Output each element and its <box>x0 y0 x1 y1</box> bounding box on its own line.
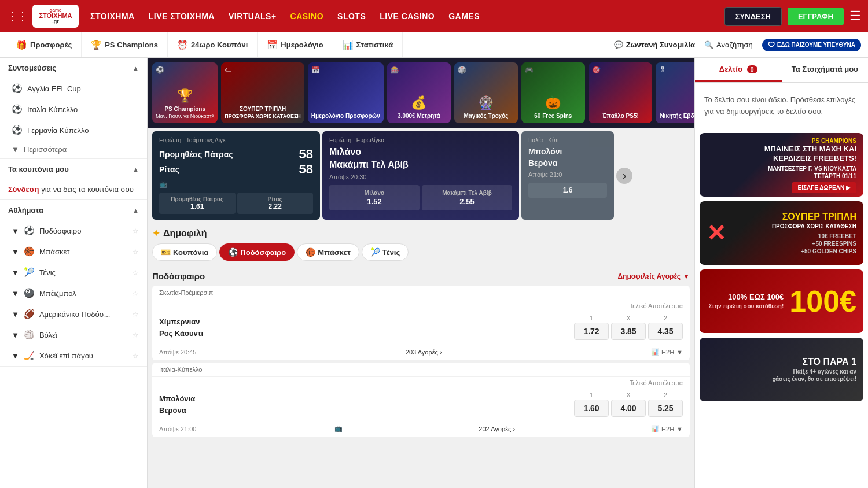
odd-label-xb: Χ <box>611 392 646 398</box>
more-shortcuts[interactable]: ▼ Περισσότερα <box>0 141 147 158</box>
live-chat-label: Ζωντανή Συνομιλία <box>626 40 695 49</box>
card-icon: 💰 <box>411 95 426 110</box>
sport-football-label: Ποδόσφαιρο <box>39 227 82 235</box>
nav-stoixima[interactable]: ΣΤΟΙΧΗΜΑ <box>90 12 135 21</box>
euro-odd-2[interactable]: Μακάμπι Τελ Αβίβ 2.55 <box>422 185 512 210</box>
nav-virtuals[interactable]: VIRTUALS+ <box>229 12 277 21</box>
site-logo[interactable]: game ΣΤΟΙΧΗΜΑ .gr <box>32 5 79 28</box>
coupon-signin-link[interactable]: Σύνδεση <box>8 185 39 194</box>
chevron-down-icon: ▼ <box>676 349 683 356</box>
h2h-btn-0[interactable]: 📊 H2H ▼ <box>651 348 683 356</box>
nav-casino[interactable]: CASINO <box>290 12 323 21</box>
chevron-down-icon: ▼ <box>12 331 19 339</box>
odd-btn-2[interactable]: Ρίτας 2.22 <box>237 193 314 214</box>
star-icon[interactable]: ☆ <box>132 247 139 256</box>
enter-button[interactable]: ΕΙΣΑΓΕ ΔΩΡΕΑΝ ▶ <box>792 182 856 193</box>
nav-ps-champions-label: PS Champions <box>105 40 158 49</box>
banner-subtitle: PS CHAMPIONS <box>764 137 856 145</box>
banner-title: ΜΠΑΙΝΕΙΣ ΣΤΗ ΜΑΧΗ ΚΑΙΚΕΡΔΙΖΕΙΣ FREEBETS! <box>764 145 856 162</box>
search-button[interactable]: 🔍 Αναζήτηση <box>704 40 753 49</box>
nav-statistics[interactable]: 📊 Στατιστικά <box>333 32 403 57</box>
odd-btn-1[interactable]: 1.6 <box>528 183 607 198</box>
promo-card-ps-champions[interactable]: ⚽ 🏆 PS ChampionsΜαν. Γιουν. vs Νιούκαστλ <box>152 62 218 123</box>
odd-val-x[interactable]: 3.85 <box>611 323 646 340</box>
top-icon: 🎮 <box>525 66 534 74</box>
live-match-champions[interactable]: Ευρώπη - Τσάμπιονς Λιγκ Προμηθέας Πάτρας… <box>152 131 320 220</box>
promo-banner-super-triple[interactable]: ✕ ΣΟΥΠΕΡ ΤΡΙΠΛΗ ΠΡΟΣΦΟΡΑ ΧΩΡΙΣ ΚΑΤΑΘΕΣΗ … <box>700 201 863 265</box>
markets-link-1[interactable]: 202 Αγορές › <box>479 426 515 432</box>
nav-live-stoixima[interactable]: LIVE ΣΤΟΙΧΗΜΑ <box>149 12 215 21</box>
odd-val-xb[interactable]: 4.00 <box>611 400 646 417</box>
star-icon[interactable]: ☆ <box>132 310 139 319</box>
promo-card-cash[interactable]: 🎰 💰 3.000€ Μετρητά <box>387 62 451 123</box>
promo-card-winner[interactable]: 🎖 Νικητής Εβδομάδας <box>656 62 694 123</box>
star-icon[interactable]: ☆ <box>132 331 139 339</box>
markets-link-0[interactable]: 203 Αγορές › <box>406 349 442 356</box>
promo-banner-ps-champions[interactable]: PS CHAMPIONS ΜΠΑΙΝΕΙΣ ΣΤΗ ΜΑΧΗ ΚΑΙΚΕΡΔΙΖ… <box>700 133 863 197</box>
promo-banner-100[interactable]: 100% ΕΩΣ 100€ Στην πρώτη σου κατάθεση! 1… <box>700 269 863 333</box>
nav-ps-champions[interactable]: 🏆 PS Champions <box>82 32 168 57</box>
nav-prosfores[interactable]: 🎁 Προσφορές <box>7 32 82 57</box>
responsible-label: ΕΔΩ ΠΑΙΖΟΥΜΕ ΥΠΕΥΘΥΝΑ <box>777 42 855 48</box>
live-match-third[interactable]: Ιταλία - Κύπ Μπολόνι Βερόνα Απόψε 21:0 1… <box>521 131 614 220</box>
odd-btn-1[interactable]: Προμηθέας Πάτρας 1.61 <box>159 193 236 214</box>
live-chat-button[interactable]: 💬 Ζωντανή Συνομιλία <box>614 40 695 49</box>
league-name: Ευρώπη - Ευρωλίγκα <box>329 137 512 143</box>
tab-tennis[interactable]: 🎾 Τένις <box>362 243 409 261</box>
sport-volleyball[interactable]: ▼ 🏐 Βόλεϊ ☆ <box>0 324 147 345</box>
shortcut-efl-cup[interactable]: ⚽ Αγγλία EFL Cup <box>0 78 147 99</box>
star-icon[interactable]: ☆ <box>132 289 139 298</box>
coupons-header[interactable]: Τα κουπόνια μου ▲ <box>0 159 147 179</box>
tab-coupons[interactable]: 🎫 Κουπόνια <box>152 243 217 261</box>
promo-card-free-spins[interactable]: 🎮 🎃 60 Free Spins <box>521 62 585 123</box>
odd-val-2[interactable]: 4.35 <box>648 323 683 340</box>
card-label: 3.000€ Μετρητά <box>398 113 440 120</box>
sport-hockey[interactable]: ▼ 🏒 Χόκεϊ επί πάγου ☆ <box>0 345 147 366</box>
search-label: Αναζήτηση <box>716 40 753 49</box>
odd-val-1[interactable]: 1.72 <box>574 323 609 340</box>
sport-football[interactable]: ▼ ⚽ Ποδόσφαιρο ☆ <box>0 220 147 241</box>
euro-odd-1[interactable]: Μιλάνο 1.52 <box>329 185 420 210</box>
live-match-euroligue[interactable]: Ευρώπη - Ευρωλίγκα Μιλάνο Μακάμπι Τελ Αβ… <box>322 131 519 220</box>
nav-24-coupon[interactable]: ⏰ 24ωρο Κουπόνι <box>168 32 258 57</box>
register-button[interactable]: ΕΓΓΡΑΦΗ <box>788 8 844 25</box>
odd-val-2b[interactable]: 5.25 <box>648 400 683 417</box>
promo-card-ps5[interactable]: 🎯 Έπαθλο PS5! <box>589 62 652 123</box>
betslip-tab-my-bets[interactable]: Τα Στοιχήματά μου <box>782 58 869 82</box>
arrow-icon: › <box>440 349 442 356</box>
sport-american-football[interactable]: ▼ 🏈 Αμερικάνικο Ποδόσ... ☆ <box>0 304 147 324</box>
nav-slots[interactable]: SLOTS <box>337 12 366 21</box>
star-icon[interactable]: ☆ <box>132 268 139 277</box>
super-triple-title: ΣΟΥΠΕΡ ΤΡΙΠΛΗ <box>772 211 856 223</box>
live-matches-arrow-right[interactable]: › <box>616 168 632 184</box>
odd-val-1b[interactable]: 1.60 <box>574 400 609 417</box>
betslip-tab-deltio[interactable]: Δελτίο 0 <box>695 58 782 82</box>
nav-calendar[interactable]: 📅 Ημερολόγιο <box>258 32 333 57</box>
promo-card-wheel[interactable]: 🎲 🎡 Μαγικός Τροχός <box>454 62 518 123</box>
football-icon: ⚽ <box>12 104 23 114</box>
nav-live-casino[interactable]: LIVE CASINO <box>380 12 435 21</box>
shortcut-italia-cup[interactable]: ⚽ Ιταλία Κύπελλο <box>0 99 147 120</box>
tab-basketball[interactable]: 🏀 Μπάσκετ <box>297 243 359 261</box>
top-icon: 🎖 <box>659 66 666 74</box>
sport-baseball[interactable]: ▼ 🎱 Μπέιζμπολ ☆ <box>0 283 147 304</box>
hamburger-icon[interactable]: ☰ <box>849 9 861 24</box>
promo-banner-para1[interactable]: ΣΤΟ ΠΑΡΑ 1 Παίξε 4+ αγώνες και ανχάσεις … <box>700 338 863 401</box>
sport-tennis[interactable]: ▼ 🎾 Τένις ☆ <box>0 262 147 283</box>
grid-icon[interactable]: ⋮⋮ <box>7 10 28 23</box>
promo-card-calendar[interactable]: 📅 Ημερολόγιο Προσφορών <box>308 62 384 123</box>
chevron-down-icon: ▼ <box>12 268 19 277</box>
shortcut-germany-cup[interactable]: ⚽ Γερμανία Κύπελλο <box>0 120 147 141</box>
h2h-btn-1[interactable]: 📊 H2H ▼ <box>651 425 683 432</box>
tab-football[interactable]: ⚽ Ποδόσφαιρο <box>219 243 295 261</box>
signin-button[interactable]: ΣΥΝΔΕΣΗ <box>724 7 782 26</box>
time-label: Απόψε 21:0 <box>528 171 607 178</box>
sports-header[interactable]: Αθλήματα ▲ <box>0 200 147 220</box>
star-icon[interactable]: ☆ <box>132 352 139 360</box>
nav-games[interactable]: GAMES <box>448 12 480 21</box>
star-icon[interactable]: ☆ <box>132 227 139 235</box>
promo-card-super-triple[interactable]: 🏷 ΣΟΥΠΕΡ ΤΡΙΠΛΗΠΡΟΣΦΟΡΑ ΧΩΡΙΣ ΚΑΤΑΘΕΣΗ <box>221 62 304 123</box>
popular-markets-btn[interactable]: Δημοφιλείς Αγορές ▼ <box>617 272 690 280</box>
sport-basketball[interactable]: ▼ 🏀 Μπάσκετ ☆ <box>0 241 147 262</box>
shortcuts-header[interactable]: Συντομεύσεις ▲ <box>0 58 147 78</box>
